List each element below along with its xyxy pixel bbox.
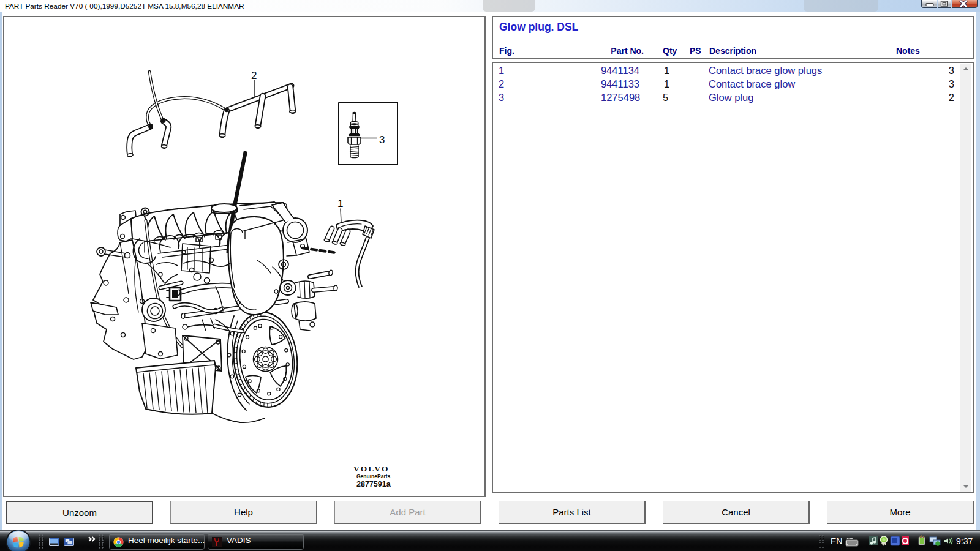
svg-text:2: 2 [251, 70, 257, 81]
svg-text:3: 3 [379, 134, 385, 146]
svg-text:1: 1 [337, 198, 343, 209]
svg-text:GenuineParts: GenuineParts [356, 473, 391, 479]
svg-text:VOLVO: VOLVO [353, 465, 390, 473]
svg-text:2877591a: 2877591a [356, 480, 391, 489]
